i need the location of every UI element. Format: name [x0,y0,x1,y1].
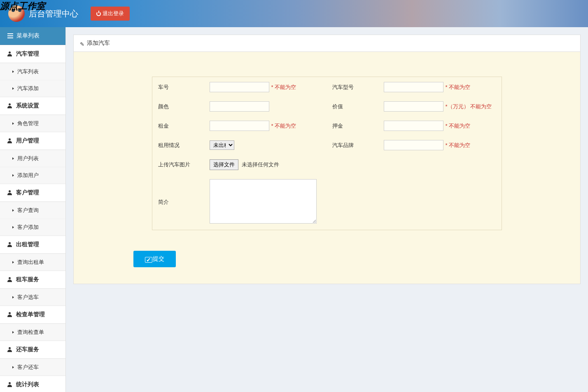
hint-car-model: * 不能为空 [445,84,470,90]
label-upload: 上传汽车图片 [153,155,205,174]
hint-deposit: * 不能为空 [445,123,470,129]
caret-icon [12,87,14,90]
logout-button[interactable]: 退出登录 [91,7,130,21]
sidebar: 菜单列表 汽车管理 汽车列表 汽车添加 系统设置 角色管理 用户管理 用户列表 … [0,27,66,392]
sidebar-item-car-list[interactable]: 汽车列表 [0,63,65,80]
input-car-number[interactable] [210,82,269,92]
caret-icon [12,366,14,369]
edit-icon [80,41,85,46]
form-table: 车号 * 不能为空 汽车型号 * 不能为空 颜色 价值 *（万元） 不能为空 租… [152,77,502,230]
user-icon [7,103,12,108]
user-icon [7,51,12,56]
hint-value: *（万元） 不能为空 [445,103,492,110]
sidebar-item-customer-add[interactable]: 客户添加 [0,219,65,236]
sidebar-title: 菜单列表 [16,32,40,40]
sidebar-item-label: 客户选车 [17,294,39,301]
sidebar-section-user[interactable]: 用户管理 [0,132,65,150]
sidebar-item-customer-query[interactable]: 客户查询 [0,202,65,219]
submit-label: 提交 [153,255,164,263]
sidebar-section-label: 用户管理 [16,137,39,145]
user-icon [7,277,12,282]
sidebar-section-label: 检查单管理 [16,311,45,318]
sidebar-section-label: 汽车管理 [16,50,39,58]
file-select-button[interactable]: 选择文件 [210,159,238,170]
submit-row: 提交 [86,251,568,267]
app-header: 后台管理中心 退出登录 [0,0,588,27]
label-rent: 租金 [153,117,205,135]
sidebar-item-check-query[interactable]: 查询检查单 [0,324,65,341]
user-icon [7,242,12,247]
sidebar-section-label: 客户管理 [16,189,39,196]
label-intro: 简介 [153,175,205,229]
main-content: 添加汽车 车号 * 不能为空 汽车型号 * 不能为空 颜色 价值 *（万元） 不… [66,27,588,392]
file-no-file-text: 未选择任何文件 [242,161,279,168]
label-value: 价值 [327,97,380,116]
hint-car-number: * 不能为空 [271,84,296,90]
sidebar-section-return[interactable]: 还车服务 [0,341,65,359]
power-icon [96,12,101,16]
label-rent-status: 租用情况 [153,136,205,154]
hint-brand: * 不能为空 [445,142,470,148]
sidebar-item-label: 角色管理 [17,120,39,127]
user-icon [7,347,12,352]
sidebar-item-customer-select[interactable]: 客户选车 [0,289,65,306]
sidebar-section-stats[interactable]: 统计列表 [0,376,65,392]
submit-button[interactable]: 提交 [133,251,176,267]
sidebar-section-system[interactable]: 系统设置 [0,97,65,115]
input-value[interactable] [384,101,443,112]
sidebar-section-rent-service[interactable]: 租车服务 [0,271,65,289]
select-rent-status[interactable]: 未出租 [210,140,234,150]
sidebar-item-label: 查询检查单 [17,329,44,336]
sidebar-section-rent[interactable]: 出租管理 [0,236,65,254]
user-icon [7,138,12,143]
sidebar-item-car-add[interactable]: 汽车添加 [0,80,65,97]
label-deposit: 押金 [327,117,380,135]
sidebar-item-user-add[interactable]: 添加用户 [0,167,65,184]
panel-header: 添加汽车 [74,35,580,52]
sidebar-item-role[interactable]: 角色管理 [0,115,65,132]
label-car-number: 车号 [153,78,205,96]
sidebar-section-label: 租车服务 [16,276,39,283]
user-icon [7,312,12,317]
sidebar-item-user-list[interactable]: 用户列表 [0,150,65,167]
caret-icon [12,122,14,125]
sidebar-item-label: 客户查询 [17,207,39,214]
sidebar-section-customer[interactable]: 客户管理 [0,184,65,202]
input-brand[interactable] [384,140,443,150]
logout-label: 退出登录 [103,10,124,17]
sidebar-section-car[interactable]: 汽车管理 [0,45,65,63]
caret-icon [12,226,14,229]
sidebar-section-label: 系统设置 [16,102,39,110]
input-car-model[interactable] [384,82,443,92]
sidebar-item-rent-query[interactable]: 查询出租单 [0,254,65,271]
sidebar-section-label: 还车服务 [16,346,39,353]
watermark-text: 源点工作室 [0,0,45,12]
label-car-model: 汽车型号 [327,78,380,96]
caret-icon [12,209,14,212]
user-icon [7,190,12,195]
textarea-intro[interactable] [210,179,317,224]
hint-rent: * 不能为空 [271,123,296,129]
input-color[interactable] [210,101,269,112]
input-deposit[interactable] [384,121,443,131]
sidebar-item-label: 用户列表 [17,155,39,162]
sidebar-item-label: 添加用户 [17,172,39,179]
panel-body: 车号 * 不能为空 汽车型号 * 不能为空 颜色 价值 *（万元） 不能为空 租… [74,52,580,284]
label-color: 颜色 [153,97,205,116]
sidebar-item-label: 客户添加 [17,224,39,231]
sidebar-item-label: 客户还车 [17,364,39,371]
caret-icon [12,331,14,334]
sidebar-item-label: 查询出租单 [17,259,44,266]
check-icon [145,257,150,262]
input-rent[interactable] [210,121,269,131]
panel-title: 添加汽车 [87,40,110,47]
caret-icon [12,261,14,264]
sidebar-header: 菜单列表 [0,27,65,45]
panel: 添加汽车 车号 * 不能为空 汽车型号 * 不能为空 颜色 价值 *（万元） 不… [73,35,581,284]
caret-icon [12,157,14,160]
sidebar-section-check[interactable]: 检查单管理 [0,306,65,324]
label-brand: 汽车品牌 [327,136,380,154]
sidebar-item-label: 汽车列表 [17,68,39,75]
sidebar-item-customer-return[interactable]: 客户还车 [0,359,65,376]
sidebar-item-label: 汽车添加 [17,85,39,92]
